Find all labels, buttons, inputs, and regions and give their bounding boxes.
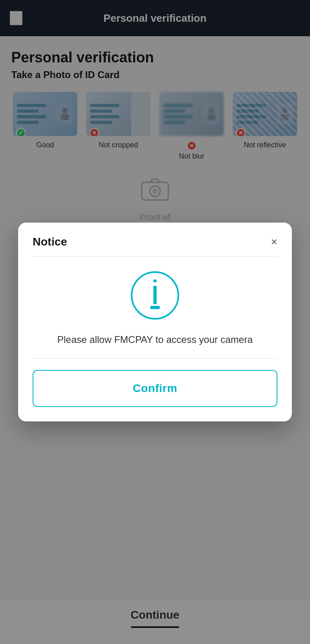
- notice-modal: Notice × Please allow FMCPAY to access y…: [18, 223, 292, 421]
- modal-title: Notice: [33, 235, 67, 248]
- modal-divider-bottom: [33, 358, 277, 359]
- modal-divider-top: [33, 256, 277, 257]
- modal-icon-area: [33, 271, 277, 320]
- modal-close-button[interactable]: ×: [271, 236, 277, 248]
- modal-overlay: Notice × Please allow FMCPAY to access y…: [0, 0, 310, 644]
- modal-header: Notice ×: [33, 235, 277, 248]
- info-icon: [131, 271, 179, 320]
- modal-message: Please allow FMCPAY to access your camer…: [33, 332, 277, 347]
- confirm-button[interactable]: Confirm: [33, 370, 277, 407]
